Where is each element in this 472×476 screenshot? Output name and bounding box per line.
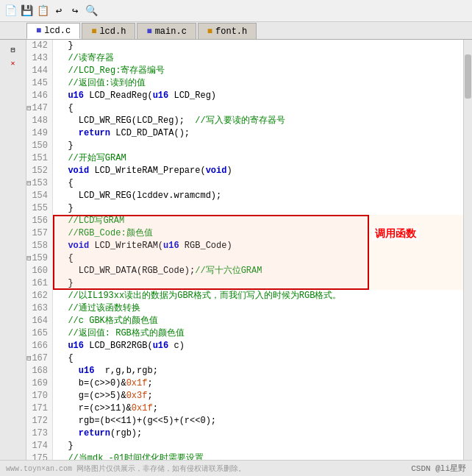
code-line-153[interactable]: { <box>53 177 463 190</box>
line-number-170: 170 <box>26 390 49 402</box>
toolbar-icon-search[interactable]: 🔍 <box>84 4 99 18</box>
line-number-156: 156 <box>26 215 49 227</box>
line-number-144: 144 <box>26 65 49 77</box>
line-numbers: 142143144145146⊟147148149150151152⊟15315… <box>26 40 53 460</box>
code-line-168[interactable]: u16 r,g,b,rgb; <box>53 365 463 377</box>
line-number-155: 155 <box>26 202 49 215</box>
line-number-148: 148 <box>26 115 49 127</box>
code-content[interactable]: } //读寄存器 //LCD_Reg:寄存器编号 //返回值:读到的值 u16 … <box>53 40 463 460</box>
line-number-143: 143 <box>26 52 49 65</box>
sidebar-close[interactable]: ✕ <box>7 57 19 69</box>
line-number-146: 146 <box>26 90 49 102</box>
tab-icon-main-c: ■ <box>146 26 151 37</box>
code-line-161[interactable]: } <box>53 277 463 290</box>
toolbar-icon-redo[interactable]: ↪ <box>68 4 82 18</box>
code-line-174[interactable]: } <box>53 440 463 452</box>
code-line-149[interactable]: return LCD_RD_DATA(); <box>53 127 463 140</box>
code-line-160[interactable]: LCD_WR_DATA(RGB_Code);//写十六位GRAM <box>53 265 463 277</box>
code-line-163[interactable]: //通过该函数转换 <box>53 302 463 315</box>
code-line-166[interactable]: u16 LCD_BGR2RGB(u16 c) <box>53 340 463 352</box>
line-number-160: 160 <box>26 265 49 277</box>
line-number-167: ⊟167 <box>26 352 49 365</box>
tab-label-lcd-h: lcd.h <box>99 26 126 37</box>
line-number-145: 145 <box>26 77 49 90</box>
scrollbar-vertical[interactable] <box>463 40 472 460</box>
line-number-147: ⊟147 <box>26 102 49 115</box>
code-line-165[interactable]: //返回值: RGB格式的颜色值 <box>53 327 463 340</box>
code-line-156[interactable]: //LCD写GRAM <box>53 215 463 227</box>
line-number-150: 150 <box>26 140 49 152</box>
tab-lcd-h[interactable]: ■ lcd.h <box>82 23 135 39</box>
line-number-169: 169 <box>26 377 49 390</box>
line-number-154: 154 <box>26 190 49 202</box>
line-number-149: 149 <box>26 127 49 140</box>
annotation-label: 调用函数 <box>372 227 419 241</box>
code-editor: 142143144145146⊟147148149150151152⊟15315… <box>26 40 463 460</box>
code-line-154[interactable]: LCD_WR_REG(lcddev.wramcmd); <box>53 190 463 202</box>
code-line-142[interactable]: } <box>53 40 463 52</box>
code-line-158[interactable]: void LCD_WriteRAM(u16 RGB_Code) <box>53 240 463 252</box>
line-number-152: 152 <box>26 165 49 177</box>
tab-label-main-c: main.c <box>155 26 187 37</box>
code-line-144[interactable]: //LCD_Reg:寄存器编号 <box>53 65 463 77</box>
code-line-147[interactable]: { <box>53 102 463 115</box>
tab-icon-lcd-c: ■ <box>36 26 41 36</box>
tab-font-h[interactable]: ■ font.h <box>198 23 257 39</box>
code-line-169[interactable]: b=(c>>0)&0x1f; <box>53 377 463 390</box>
line-number-175: 175 <box>26 452 49 460</box>
toolbar: 📄 💾 📋 ↩ ↪ 🔍 <box>0 0 472 22</box>
line-number-162: 162 <box>26 290 49 302</box>
code-line-162[interactable]: //以IL193xx读出的数据为GBR格式，而我们写入的时候为RGB格式。 <box>53 290 463 302</box>
line-number-166: 166 <box>26 340 49 352</box>
code-line-170[interactable]: g=(c>>5)&0x3f; <box>53 390 463 402</box>
line-number-163: 163 <box>26 302 49 315</box>
line-number-172: 172 <box>26 415 49 427</box>
sidebar-toggle[interactable]: ⊟ <box>7 44 19 56</box>
line-number-151: 151 <box>26 152 49 165</box>
code-line-172[interactable]: rgb=(b<<11)+(g<<5)+(r<<0); <box>53 415 463 427</box>
code-line-164[interactable]: //c GBK格式的颜色值 <box>53 315 463 327</box>
line-number-165: 165 <box>26 327 49 340</box>
tab-label-lcd-c: lcd.c <box>44 26 71 36</box>
toolbar-icon-undo[interactable]: ↩ <box>51 4 66 18</box>
code-line-175[interactable]: //当mdk -01时间优化时需要设置 <box>53 452 463 460</box>
tab-lcd-c[interactable]: ■ lcd.c <box>26 23 80 39</box>
code-line-148[interactable]: LCD_WR_REG(LCD_Reg); //写入要读的寄存器号 <box>53 115 463 127</box>
left-sidebar: ⊟ ✕ <box>0 40 26 460</box>
code-line-155[interactable]: } <box>53 202 463 215</box>
line-number-168: 168 <box>26 365 49 377</box>
code-line-143[interactable]: //读寄存器 <box>53 52 463 65</box>
line-number-174: 174 <box>26 440 49 452</box>
line-number-142: 142 <box>26 40 49 52</box>
status-bar: www.toyn×an.com 网络图片仅供展示，非存储，如有侵权请联系删除。 … <box>0 460 472 476</box>
code-line-145[interactable]: //返回值:读到的值 <box>53 77 463 90</box>
line-number-153: ⊟153 <box>26 177 49 190</box>
code-line-159[interactable]: { <box>53 252 463 265</box>
code-line-150[interactable]: } <box>53 140 463 152</box>
toolbar-icon-1[interactable]: 📄 <box>3 4 18 18</box>
code-line-173[interactable]: return(rgb); <box>53 427 463 440</box>
code-line-146[interactable]: u16 LCD_ReadReg(u16 LCD_Reg) <box>53 90 463 102</box>
tab-label-font-h: font.h <box>215 26 247 37</box>
line-number-161: 161 <box>26 277 49 290</box>
tab-icon-lcd-h: ■ <box>91 26 96 37</box>
code-line-151[interactable]: //开始写GRAM <box>53 152 463 165</box>
tab-icon-font-h: ■ <box>207 26 212 37</box>
line-number-171: 171 <box>26 402 49 415</box>
line-number-164: 164 <box>26 315 49 327</box>
toolbar-icon-2[interactable]: 💾 <box>19 4 34 18</box>
tab-bar: ■ lcd.c ■ lcd.h ■ main.c ■ font.h <box>0 22 472 40</box>
line-number-159: ⊟159 <box>26 252 49 265</box>
csdn-text: CSDN @li星野 <box>411 463 466 474</box>
line-number-173: 173 <box>26 427 49 440</box>
code-line-167[interactable]: { <box>53 352 463 365</box>
toolbar-icon-3[interactable]: 📋 <box>35 4 50 18</box>
code-line-171[interactable]: r=(c>>11)&0x1f; <box>53 402 463 415</box>
line-number-157: 157 <box>26 227 49 240</box>
watermark-text: www.toyn×an.com 网络图片仅供展示，非存储，如有侵权请联系删除。 <box>6 463 246 474</box>
code-line-152[interactable]: void LCD_WriteRAM_Prepare(void) <box>53 165 463 177</box>
tab-main-c[interactable]: ■ main.c <box>137 23 196 39</box>
line-number-158: 158 <box>26 240 49 252</box>
